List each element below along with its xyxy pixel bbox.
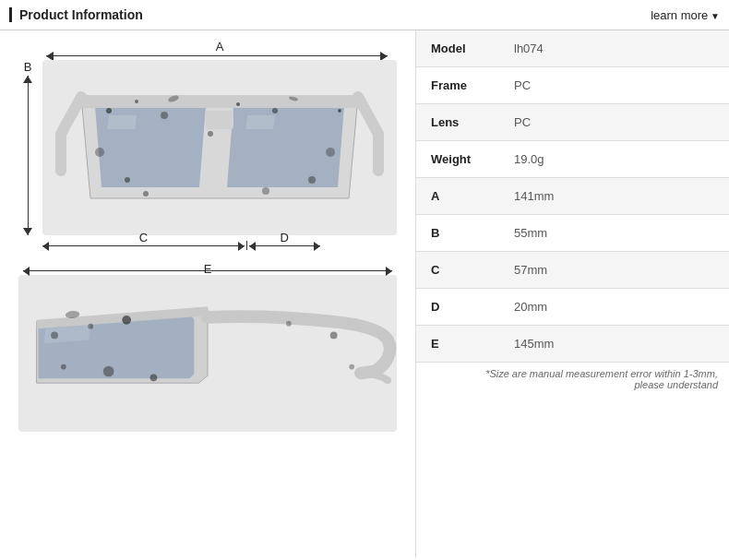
svg-point-23	[103, 366, 114, 377]
spec-row-d: D 20mm	[416, 289, 729, 326]
spec-value: lh074	[499, 30, 729, 67]
svg-point-20	[122, 316, 131, 325]
spec-row-frame: Frame PC	[416, 67, 729, 104]
spec-label: D	[416, 289, 499, 326]
footnote: *Size are manual measurement error withi…	[416, 363, 729, 396]
spec-value: PC	[499, 104, 729, 141]
spec-row-b: B 55mm	[416, 215, 729, 252]
page-title: Product Information	[9, 7, 143, 22]
left-panel: A B	[0, 30, 415, 558]
spec-value: 57mm	[499, 252, 729, 289]
svg-point-22	[150, 374, 158, 381]
spec-value: 141mm	[499, 178, 729, 215]
svg-point-11	[326, 148, 335, 157]
spec-label: Frame	[416, 67, 499, 104]
spec-row-lens: Lens PC	[416, 104, 729, 141]
front-sunglasses-image	[42, 60, 397, 235]
main-content: A B	[0, 30, 729, 558]
spec-value: 20mm	[499, 289, 729, 326]
cd-separator	[246, 241, 247, 250]
spec-row-a: A 141mm	[416, 178, 729, 215]
svg-point-5	[125, 177, 130, 183]
spec-row-e: E 145mm	[416, 326, 729, 363]
svg-point-21	[61, 364, 66, 370]
svg-point-25	[286, 321, 292, 327]
dim-d-label: D	[281, 231, 289, 244]
spec-row-model: Model lh074	[416, 30, 729, 67]
side-view-section: E	[18, 270, 397, 432]
dim-a-arrow	[46, 55, 388, 56]
spec-label: C	[416, 252, 499, 289]
svg-point-3	[135, 100, 138, 103]
svg-point-12	[208, 131, 213, 137]
front-view-section: A B	[18, 40, 397, 252]
spec-row-c: C 57mm	[416, 252, 729, 289]
dim-c-line	[42, 245, 245, 246]
dim-e-arrow-row: E	[23, 270, 392, 271]
page-header: Product Information learn more	[0, 0, 729, 30]
dim-c-arrow: C	[42, 239, 245, 252]
spec-label: Weight	[416, 141, 499, 178]
dim-e-label: E	[204, 262, 212, 276]
spec-label: B	[416, 215, 499, 252]
footnote-line2: please understand	[634, 379, 718, 390]
dim-a-label-top: A	[42, 40, 397, 54]
spec-row-weight: Weight 19.0g	[416, 141, 729, 178]
spec-value: 145mm	[499, 326, 729, 363]
footnote-line1: *Size are manual measurement error withi…	[485, 368, 718, 379]
side-sunglasses-svg	[18, 277, 397, 430]
cd-arrows: C D	[42, 239, 397, 252]
svg-point-9	[338, 109, 341, 113]
dim-b-container: B	[18, 60, 37, 235]
spec-label: A	[416, 178, 499, 215]
dim-d-arrow: D	[249, 239, 320, 252]
dim-c-label: C	[139, 231, 148, 244]
dim-b-label: B	[24, 60, 32, 74]
svg-rect-1	[206, 111, 233, 129]
svg-point-15	[143, 191, 149, 197]
learn-more-link[interactable]: learn more	[651, 8, 720, 22]
svg-point-2	[106, 108, 112, 113]
spec-label: E	[416, 326, 499, 363]
dim-b-arrow	[28, 76, 29, 235]
spec-label: Lens	[416, 104, 499, 141]
svg-point-6	[236, 102, 240, 106]
side-sunglasses-image	[18, 275, 397, 432]
specs-table: Model lh074 Frame PC Lens PC Weight 19.0…	[416, 30, 729, 363]
svg-point-7	[272, 108, 278, 113]
spec-value: 55mm	[499, 215, 729, 252]
svg-point-26	[330, 332, 338, 340]
svg-point-4	[161, 112, 168, 119]
svg-point-16	[262, 187, 269, 195]
svg-point-27	[349, 364, 354, 370]
dim-d-line	[249, 245, 320, 246]
right-panel: Model lh074 Frame PC Lens PC Weight 19.0…	[415, 30, 729, 558]
spec-value: PC	[499, 67, 729, 104]
spec-label: Model	[416, 30, 499, 67]
dim-a-line	[46, 55, 388, 56]
front-sunglasses-svg	[42, 60, 397, 235]
front-image-container: B	[18, 60, 397, 235]
svg-point-10	[95, 148, 104, 157]
svg-point-8	[308, 176, 316, 184]
spec-value: 19.0g	[499, 141, 729, 178]
